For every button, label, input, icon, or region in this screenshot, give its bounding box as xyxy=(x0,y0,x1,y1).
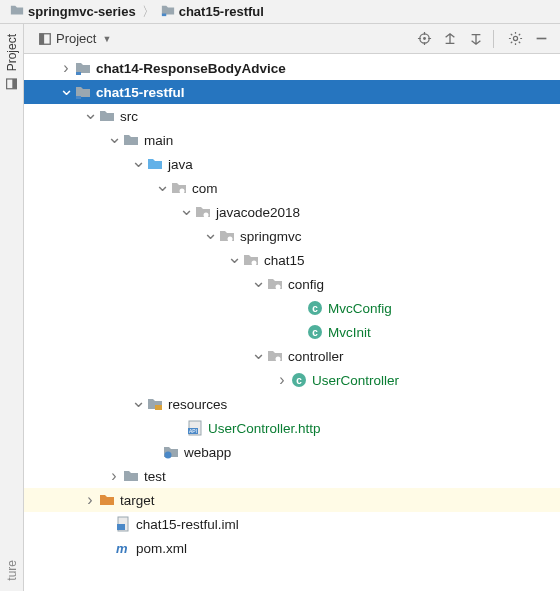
chevron-down-icon[interactable]: ⌄ xyxy=(250,276,266,286)
tree-row-label: com xyxy=(192,181,218,196)
folder-icon xyxy=(10,3,24,20)
folder-icon xyxy=(98,108,116,124)
tree-row-label: pom.xml xyxy=(136,541,187,556)
package-icon xyxy=(170,180,188,196)
svg-rect-2 xyxy=(12,79,16,89)
chevron-down-icon[interactable]: ⌄ xyxy=(130,156,146,166)
tree-row[interactable]: ⌄src xyxy=(24,104,560,128)
tree-row[interactable]: ⌄chat15-restful xyxy=(24,80,560,104)
class-icon: c xyxy=(306,324,324,340)
package-icon xyxy=(266,276,284,292)
tree-row-label: target xyxy=(120,493,155,508)
side-tab-project-label: Project xyxy=(5,34,19,71)
breadcrumb-module[interactable]: chat15-restful xyxy=(161,3,264,20)
svg-point-11 xyxy=(180,189,185,194)
tree-row[interactable]: ⌄javacode2018 xyxy=(24,200,560,224)
project-icon xyxy=(5,77,18,90)
hide-button[interactable] xyxy=(530,28,552,50)
chevron-down-icon[interactable]: ⌄ xyxy=(58,84,74,94)
svg-point-6 xyxy=(423,37,426,40)
target-icon xyxy=(417,31,432,46)
src-root-icon xyxy=(146,156,164,172)
svg-point-7 xyxy=(513,36,517,40)
tree-row[interactable]: cMvcConfig xyxy=(24,296,560,320)
expand-icon xyxy=(443,32,457,46)
tree-row[interactable]: ⌄springmvc xyxy=(24,224,560,248)
tree-row-label: chat14-ResponseBodyAdvice xyxy=(96,61,286,76)
tree-row[interactable]: ⌄resources xyxy=(24,392,560,416)
expand-all-button[interactable] xyxy=(439,28,461,50)
tree-row[interactable]: ⌄java xyxy=(24,152,560,176)
package-icon xyxy=(194,204,212,220)
tree-row[interactable]: APIUserController.http xyxy=(24,416,560,440)
toolbar-title[interactable]: Project ▼ xyxy=(38,31,111,46)
chevron-right-icon[interactable]: › xyxy=(274,371,290,389)
tree-row-label: chat15-restful xyxy=(96,85,185,100)
chevron-down-icon[interactable]: ⌄ xyxy=(250,348,266,358)
tree-row[interactable]: mpom.xml xyxy=(24,536,560,560)
collapse-icon xyxy=(469,32,483,46)
tree-row-label: springmvc xyxy=(240,229,302,244)
tree-row[interactable]: ⌄controller xyxy=(24,344,560,368)
module-icon xyxy=(74,84,92,100)
toolbar-title-label: Project xyxy=(56,31,96,46)
breadcrumb: springmvc-series 〉 chat15-restful xyxy=(0,0,560,24)
breadcrumb-separator: 〉 xyxy=(142,3,155,21)
svg-text:c: c xyxy=(312,327,318,338)
tree-row[interactable]: ›chat14-ResponseBodyAdvice xyxy=(24,56,560,80)
folder-icon xyxy=(122,132,140,148)
svg-point-27 xyxy=(165,452,172,459)
side-tab-structure[interactable]: ture xyxy=(0,550,23,591)
tree-row[interactable]: ›target xyxy=(24,488,560,512)
tree-row[interactable]: chat15-restful.iml xyxy=(24,512,560,536)
side-tab-structure-label: ture xyxy=(5,560,19,581)
tree-row-label: chat15 xyxy=(264,253,305,268)
svg-text:c: c xyxy=(312,303,318,314)
tree-row[interactable]: ⌄com xyxy=(24,176,560,200)
chevron-down-icon[interactable]: ⌄ xyxy=(130,396,146,406)
tree-row[interactable]: webapp xyxy=(24,440,560,464)
chevron-down-icon[interactable]: ⌄ xyxy=(202,228,218,238)
tree-row-label: java xyxy=(168,157,193,172)
tree-row-label: UserController.http xyxy=(208,421,321,436)
minimize-icon xyxy=(535,32,548,45)
chevron-down-icon[interactable]: ⌄ xyxy=(178,204,194,214)
tree-row-label: UserController xyxy=(312,373,399,388)
module-icon xyxy=(161,3,175,20)
dropdown-arrow-icon: ▼ xyxy=(102,34,111,44)
chevron-down-icon[interactable]: ⌄ xyxy=(106,132,122,142)
side-tab-project[interactable]: Project xyxy=(0,24,23,100)
tree-row[interactable]: ⌄config xyxy=(24,272,560,296)
chevron-down-icon[interactable]: ⌄ xyxy=(82,108,98,118)
iml-icon xyxy=(114,516,132,532)
svg-rect-23 xyxy=(155,405,162,410)
svg-point-13 xyxy=(228,237,233,242)
module-icon xyxy=(74,60,92,76)
chevron-down-icon[interactable]: ⌄ xyxy=(226,252,242,262)
svg-text:API: API xyxy=(189,428,197,434)
res-root-icon xyxy=(146,396,164,412)
breadcrumb-root[interactable]: springmvc-series xyxy=(10,3,136,20)
tree-row[interactable]: ›cUserController xyxy=(24,368,560,392)
tree-row[interactable]: ⌄chat15 xyxy=(24,248,560,272)
gear-icon xyxy=(508,31,523,46)
svg-text:c: c xyxy=(296,375,302,386)
chevron-right-icon[interactable]: › xyxy=(58,59,74,77)
tool-window-stripe: Project ture xyxy=(0,24,24,591)
project-toolbar: Project ▼ xyxy=(24,24,560,54)
tree-row-label: javacode2018 xyxy=(216,205,300,220)
tree-row[interactable]: ›test xyxy=(24,464,560,488)
tree-row[interactable]: ⌄main xyxy=(24,128,560,152)
svg-rect-0 xyxy=(162,14,166,17)
chevron-right-icon[interactable]: › xyxy=(106,467,122,485)
chevron-down-icon[interactable]: ⌄ xyxy=(154,180,170,190)
select-opened-file-button[interactable] xyxy=(413,28,435,50)
project-tree[interactable]: ›chat14-ResponseBodyAdvice⌄chat15-restfu… xyxy=(24,54,560,591)
collapse-all-button[interactable] xyxy=(465,28,487,50)
settings-button[interactable] xyxy=(504,28,526,50)
folder-o-icon xyxy=(98,492,116,508)
svg-rect-10 xyxy=(76,96,81,99)
tree-row-label: src xyxy=(120,109,138,124)
chevron-right-icon[interactable]: › xyxy=(82,491,98,509)
tree-row[interactable]: cMvcInit xyxy=(24,320,560,344)
